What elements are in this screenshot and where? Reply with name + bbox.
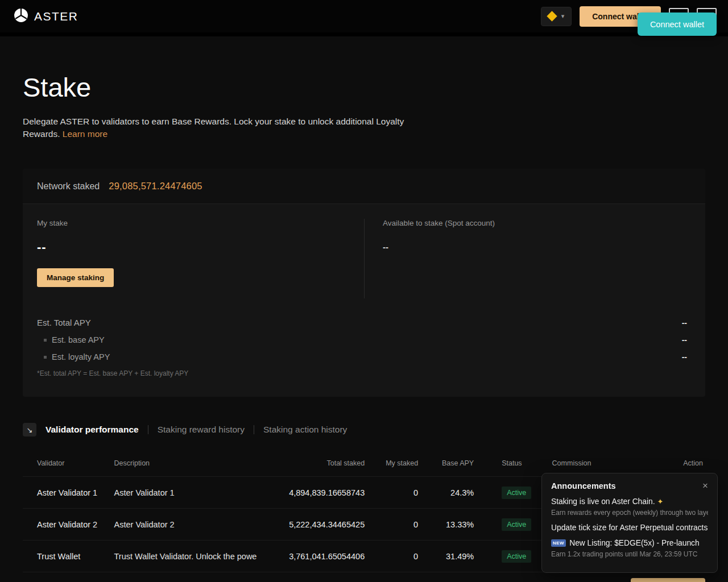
apy-section: Est. Total APY -- Est. base APY -- Est. … <box>37 318 687 377</box>
total-staked-value: 3,797,104.70528173 <box>272 572 367 582</box>
col-validator: Validator <box>23 449 112 477</box>
apy-base-row: Est. base APY -- <box>37 335 687 344</box>
manage-staking-button[interactable]: Manage staking <box>37 268 114 287</box>
brand-name: ASTER <box>34 10 78 23</box>
available-stake-section: Available to stake (Spot account) -- <box>383 219 495 298</box>
network-staked-value: 29,085,571.24474605 <box>109 181 202 192</box>
corner-arrow-icon: ↘ <box>23 423 36 436</box>
my-staked-value: 0 <box>367 541 420 572</box>
base-apy-value: 13.33% <box>420 509 476 541</box>
total-staked-value: 5,222,434.34465425 <box>272 509 367 541</box>
learn-more-link[interactable]: Learn more <box>63 129 107 139</box>
apy-loyalty-value: -- <box>682 352 687 361</box>
bnb-chain-icon <box>547 11 557 21</box>
announcement-item[interactable]: Staking is live on Aster Chain.✦ Earn re… <box>551 497 708 517</box>
col-my-staked: My staked <box>367 449 420 477</box>
apy-loyalty-label: Est. loyalty APY <box>52 352 110 361</box>
apy-base-value: -- <box>682 335 687 344</box>
validator-description: Aster Validator 1 <box>112 477 272 509</box>
status-badge: Active <box>502 518 531 531</box>
announcements-title: Announcements <box>551 481 616 490</box>
column-divider <box>364 219 365 298</box>
page-description: Delegate ASTER to validators to earn Bas… <box>23 115 421 140</box>
tab-validator-performance[interactable]: Validator performance <box>46 425 139 435</box>
total-staked-value: 4,894,839.16658743 <box>272 477 367 509</box>
my-stake-section: My stake -- Manage staking <box>37 219 364 298</box>
my-stake-value: -- <box>37 240 364 255</box>
chain-selector[interactable]: ▾ <box>541 7 572 26</box>
page-title: Stake <box>23 72 705 103</box>
validator-description: Trust Wallet Validator. Unlock the powe <box>112 541 272 572</box>
base-apy-value: 24.3% <box>420 477 476 509</box>
announcement-item[interactable]: Update tick size for Aster Perpetual con… <box>551 523 708 532</box>
commission-value <box>550 572 593 582</box>
apy-footnote: *Est. total APY = Est. base APY + Est. l… <box>37 369 687 377</box>
my-staked-value: 0 <box>367 477 420 509</box>
base-apy-value: 31.15% <box>420 572 476 582</box>
col-description: Description <box>112 449 272 477</box>
announcement-item[interactable]: NEWNew Listing: $EDGE(5x) - Pre-launch E… <box>551 539 708 558</box>
sparkle-icon: ✦ <box>657 497 664 506</box>
col-status: Status <box>476 449 549 477</box>
col-total-staked: Total staked <box>272 449 367 477</box>
new-badge-icon: NEW <box>551 539 566 547</box>
announcement-subtitle: Earn 1.2x trading points until Mar 26, 2… <box>551 550 708 558</box>
my-staked-value: 0 <box>367 572 420 582</box>
validator-name: Aster Validator 1 <box>23 477 112 509</box>
base-apy-value: 31.49% <box>420 541 476 572</box>
my-staked-value: 0 <box>367 509 420 541</box>
square-bullet-icon <box>44 339 47 342</box>
chevron-down-icon: ▾ <box>561 13 565 20</box>
available-stake-value: -- <box>383 242 495 252</box>
validator-description: Aster Validator 2 <box>112 509 272 541</box>
status-badge: Active <box>502 550 531 563</box>
staking-summary-body: My stake -- Manage staking Available to … <box>23 204 705 397</box>
announcement-subtitle: Earn rewards every epoch (weekly) throug… <box>551 509 708 517</box>
top-bar: ASTER ▾ Connect wallet Connect wallet <box>0 0 728 36</box>
apy-total-row: Est. Total APY -- <box>37 318 687 327</box>
validator-name: Aster Validator 2 <box>23 509 112 541</box>
available-stake-label: Available to stake (Spot account) <box>383 219 495 227</box>
total-staked-value: 3,761,041.65054406 <box>272 541 367 572</box>
col-base-apy: Base APY <box>420 449 476 477</box>
my-stake-label: My stake <box>37 219 364 227</box>
tab-staking-reward-history[interactable]: Staking reward history <box>158 425 245 435</box>
validator-name: BNB Chain <box>23 572 112 582</box>
brand: ASTER <box>14 8 78 25</box>
tabs-row: ↘ Validator performance Staking reward h… <box>23 423 705 436</box>
status-badge: Active <box>502 487 531 499</box>
apy-loyalty-row: Est. loyalty APY -- <box>37 352 687 361</box>
announcements-panel: Announcements × Staking is live on Aster… <box>541 473 718 573</box>
apy-total-label: Est. Total APY <box>37 318 91 327</box>
apy-base-label: Est. base APY <box>52 335 105 344</box>
floating-connect-wallet-button[interactable]: Connect wallet <box>638 13 717 36</box>
staking-summary-card: Network staked 29,085,571.24474605 My st… <box>23 169 705 397</box>
row-connect-wallet-button[interactable]: Connect wallet <box>631 578 705 582</box>
square-bullet-icon <box>44 356 47 359</box>
network-staked-label: Network staked <box>37 181 100 192</box>
network-staked-row: Network staked 29,085,571.24474605 <box>23 169 705 204</box>
tab-staking-action-history[interactable]: Staking action history <box>263 425 347 435</box>
table-row: BNB Chain BNB Chain is a leading blockch… <box>23 572 705 582</box>
validator-name: Trust Wallet <box>23 541 112 572</box>
apy-total-value: -- <box>682 318 687 327</box>
close-icon[interactable]: × <box>702 481 708 490</box>
aster-logo-icon <box>14 8 28 25</box>
validator-description: BNB Chain is a leading blockchain ecosy <box>112 572 272 582</box>
